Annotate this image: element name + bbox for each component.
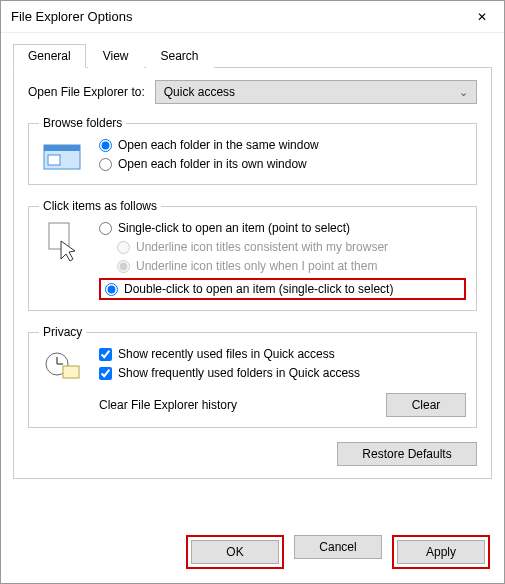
- radio-double-click-label: Double-click to open an item (single-cli…: [124, 282, 393, 296]
- cancel-button[interactable]: Cancel: [294, 535, 382, 559]
- dialog-footer: OK Cancel Apply: [1, 525, 504, 583]
- content-area: General View Search Open File Explorer t…: [1, 33, 504, 525]
- dropdown-value: Quick access: [164, 85, 235, 99]
- tab-search[interactable]: Search: [146, 44, 214, 68]
- privacy-legend: Privacy: [39, 325, 86, 339]
- radio-own-window-input[interactable]: [99, 158, 112, 171]
- highlighted-double-click: Double-click to open an item (single-cli…: [99, 278, 466, 300]
- radio-underline-browser: Underline icon titles consistent with my…: [117, 240, 466, 254]
- radio-underline-browser-label: Underline icon titles consistent with my…: [136, 240, 388, 254]
- radio-same-window-label: Open each folder in the same window: [118, 138, 319, 152]
- titlebar: File Explorer Options ✕: [1, 1, 504, 33]
- restore-defaults-label: Restore Defaults: [362, 447, 451, 461]
- dialog-window: File Explorer Options ✕ General View Sea…: [0, 0, 505, 584]
- tab-general-label: General: [28, 49, 71, 63]
- close-button[interactable]: ✕: [459, 1, 504, 33]
- window-title: File Explorer Options: [11, 9, 459, 24]
- clear-button-label: Clear: [412, 398, 441, 412]
- click-items-group: Click items as follows Single-click to o…: [28, 199, 477, 311]
- radio-same-window[interactable]: Open each folder in the same window: [99, 138, 466, 152]
- radio-same-window-input[interactable]: [99, 139, 112, 152]
- tab-strip: General View Search: [13, 44, 492, 68]
- check-recent-files-input[interactable]: [99, 348, 112, 361]
- check-recent-files-label: Show recently used files in Quick access: [118, 347, 335, 361]
- clear-button[interactable]: Clear: [386, 393, 466, 417]
- check-frequent-folders-label: Show frequently used folders in Quick ac…: [118, 366, 360, 380]
- svg-rect-1: [44, 145, 80, 151]
- radio-underline-point-label: Underline icon titles only when I point …: [136, 259, 377, 273]
- radio-double-click[interactable]: Double-click to open an item (single-cli…: [105, 282, 460, 296]
- radio-single-click[interactable]: Single-click to open an item (point to s…: [99, 221, 466, 235]
- tab-search-label: Search: [161, 49, 199, 63]
- highlighted-apply: Apply: [392, 535, 490, 569]
- click-items-legend: Click items as follows: [39, 199, 161, 213]
- apply-button[interactable]: Apply: [397, 540, 485, 564]
- open-explorer-row: Open File Explorer to: Quick access ⌄: [28, 80, 477, 104]
- open-explorer-dropdown[interactable]: Quick access ⌄: [155, 80, 477, 104]
- tab-panel-general: Open File Explorer to: Quick access ⌄ Br…: [13, 67, 492, 479]
- check-frequent-folders-input[interactable]: [99, 367, 112, 380]
- radio-single-click-label: Single-click to open an item (point to s…: [118, 221, 350, 235]
- svg-rect-8: [63, 366, 79, 378]
- restore-defaults-button[interactable]: Restore Defaults: [337, 442, 477, 466]
- browse-folders-legend: Browse folders: [39, 116, 126, 130]
- radio-own-window[interactable]: Open each folder in its own window: [99, 157, 466, 171]
- radio-own-window-label: Open each folder in its own window: [118, 157, 307, 171]
- svg-rect-2: [48, 155, 60, 165]
- radio-double-click-input[interactable]: [105, 283, 118, 296]
- browse-folders-group: Browse folders Open each folder in the s…: [28, 116, 477, 185]
- clock-history-icon: [39, 347, 85, 383]
- close-icon: ✕: [477, 10, 487, 24]
- ok-button[interactable]: OK: [191, 540, 279, 564]
- folder-window-icon: [39, 138, 85, 174]
- cancel-button-label: Cancel: [319, 540, 356, 554]
- chevron-down-icon: ⌄: [459, 86, 468, 99]
- radio-underline-point-input: [117, 260, 130, 273]
- highlighted-ok: OK: [186, 535, 284, 569]
- radio-single-click-input[interactable]: [99, 222, 112, 235]
- file-cursor-icon: [39, 221, 85, 263]
- apply-button-label: Apply: [426, 545, 456, 559]
- check-frequent-folders[interactable]: Show frequently used folders in Quick ac…: [99, 366, 466, 380]
- tab-general[interactable]: General: [13, 44, 86, 68]
- check-recent-files[interactable]: Show recently used files in Quick access: [99, 347, 466, 361]
- privacy-group: Privacy Show recently used files in Quic…: [28, 325, 477, 428]
- tab-view[interactable]: View: [88, 44, 144, 68]
- tab-view-label: View: [103, 49, 129, 63]
- radio-underline-browser-input: [117, 241, 130, 254]
- open-explorer-label: Open File Explorer to:: [28, 85, 145, 99]
- radio-underline-point: Underline icon titles only when I point …: [117, 259, 466, 273]
- ok-button-label: OK: [226, 545, 243, 559]
- clear-history-label: Clear File Explorer history: [99, 398, 237, 412]
